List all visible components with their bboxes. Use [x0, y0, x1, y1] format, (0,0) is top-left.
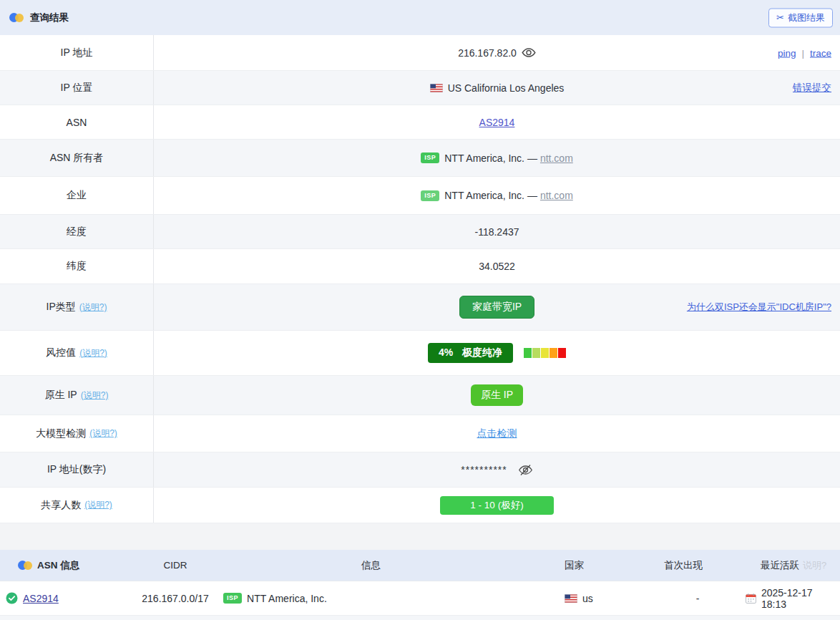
ip-type-hint-link[interactable]: (说明?): [79, 301, 107, 314]
row-ip-location: IP 位置 US California Los Angeles 错误提交: [0, 71, 840, 105]
site-logo-icon: [9, 13, 24, 23]
row-shared-users: 共享人数 (说明?) 1 - 10 (极好): [0, 488, 840, 523]
last-active-column-header: 最近活跃: [761, 559, 799, 572]
ip-location-value-wrap: US California Los Angeles: [154, 71, 840, 105]
error-submit-link[interactable]: 错误提交: [793, 82, 831, 95]
country-column-header: 国家: [565, 559, 584, 572]
shared-users-badge: 1 - 10 (极好): [440, 496, 553, 515]
asn-row-link[interactable]: AS2914: [23, 593, 59, 604]
isp-badge: ISP: [421, 190, 439, 201]
ip-location-value: US California Los Angeles: [448, 82, 565, 94]
ip-numeric-label: IP 地址(数字): [0, 452, 154, 487]
ip-numeric-masked-value: **********: [461, 464, 507, 475]
row-llm-detect: 大模型检测 (说明?) 点击检测: [0, 415, 840, 452]
ping-link[interactable]: ping: [778, 47, 796, 58]
screenshot-result-button[interactable]: ✂ 截图结果: [768, 8, 833, 27]
row-risk-score: 风控值 (说明?) 4% 极度纯净: [0, 331, 840, 376]
row-ip-numeric: IP 地址(数字) **********: [0, 452, 840, 488]
row-native-ip: 原生 IP (说明?) 原生 IP: [0, 376, 840, 415]
ip-address-label: IP 地址: [0, 35, 154, 70]
shared-users-hint-link[interactable]: (说明?): [84, 499, 112, 511]
ip-tools: ping | trace: [778, 47, 831, 58]
link-separator: |: [801, 47, 804, 58]
risk-grade: 极度纯净: [462, 347, 502, 359]
risk-percent: 4%: [439, 347, 453, 359]
company-label: 企业: [0, 177, 154, 214]
row-company: 企业 ISP NTT America, Inc. —ntt.com: [0, 177, 840, 215]
risk-scale-segment: [541, 348, 549, 358]
native-ip-label: 原生 IP (说明?): [0, 376, 154, 415]
row-longitude: 经度 -118.2437: [0, 215, 840, 249]
isp-badge: ISP: [223, 593, 242, 604]
asn-owner-label: ASN 所有者: [0, 140, 154, 176]
verified-check-icon: [6, 592, 18, 604]
asn-link[interactable]: AS2914: [479, 117, 515, 128]
calendar-icon: [746, 594, 756, 604]
screenshot-button-label: 截图结果: [788, 11, 825, 24]
cidr-value: 216.167.0.0/17: [142, 593, 208, 604]
risk-hint-link[interactable]: (说明?): [79, 347, 107, 359]
latitude-value: 34.0522: [479, 261, 515, 272]
scissors-icon: ✂: [776, 13, 784, 22]
risk-color-scale: [524, 348, 566, 358]
row-asn-owner: ASN 所有者 ISP NTT America, Inc. —ntt.com: [0, 140, 840, 177]
asn-info-value: NTT America, Inc.: [247, 593, 327, 604]
eye-off-icon[interactable]: [518, 464, 533, 476]
eye-icon[interactable]: [522, 47, 536, 58]
asn-table-title: ASN 信息: [37, 559, 79, 572]
first-seen-column-header: 首次出现: [664, 559, 703, 572]
risk-score-badge: 4% 极度纯净: [428, 343, 513, 363]
page-bottom-strip: [0, 616, 840, 620]
asn-table-row: AS2914 216.167.0.0/17 ISP NTT America, I…: [0, 581, 840, 616]
row-asn: ASN AS2914: [0, 105, 840, 140]
last-active-hint[interactable]: 说明?: [803, 559, 826, 572]
site-logo-icon: [18, 561, 32, 571]
asn-owner-site-link[interactable]: ntt.com: [540, 152, 573, 164]
click-detect-link[interactable]: 点击检测: [477, 427, 517, 440]
latitude-label: 纬度: [0, 249, 154, 284]
asn-owner-value: NTT America, Inc. —: [444, 152, 537, 164]
us-flag-icon: [430, 84, 443, 92]
dual-isp-question-link[interactable]: 为什么双ISP还会显示"IDC机房IP"?: [687, 301, 831, 314]
shared-users-label: 共享人数 (说明?): [0, 488, 154, 523]
results-header: 查询结果 ✂ 截图结果: [0, 0, 840, 35]
section-gap: [0, 523, 840, 550]
asn-table-header: ASN 信息 CIDR 信息 国家 首次出现 最近活跃 说明?: [0, 550, 840, 581]
risk-scale-segment: [532, 348, 540, 358]
country-value: us: [582, 593, 593, 604]
cidr-column-header: CIDR: [164, 560, 187, 571]
page-title: 查询结果: [30, 11, 69, 24]
company-site-link[interactable]: ntt.com: [540, 190, 573, 201]
us-flag-icon: [565, 594, 577, 603]
ip-address-value-wrap: 216.167.82.0: [154, 35, 840, 70]
asn-label: ASN: [0, 105, 154, 139]
info-column-header: 信息: [361, 559, 381, 572]
llm-hint-link[interactable]: (说明?): [89, 427, 117, 440]
longitude-label: 经度: [0, 215, 154, 248]
risk-scale-segment: [550, 348, 557, 358]
native-ip-badge: 原生 IP: [471, 384, 523, 406]
first-seen-value: -: [696, 593, 700, 604]
ip-location-label: IP 位置: [0, 71, 154, 105]
native-ip-hint-link[interactable]: (说明?): [81, 389, 109, 402]
ip-type-label: IP类型 (说明?): [0, 284, 154, 330]
trace-link[interactable]: trace: [810, 47, 831, 58]
ip-address-value: 216.167.82.0: [458, 47, 517, 59]
row-latitude: 纬度 34.0522: [0, 249, 840, 284]
risk-score-label: 风控值 (说明?): [0, 331, 154, 375]
home-broadband-badge: 家庭带宽IP: [459, 296, 534, 319]
isp-badge: ISP: [421, 152, 439, 163]
last-active-value: 2025-12-17 18:13: [761, 587, 840, 610]
row-ip-type: IP类型 (说明?) 家庭带宽IP 为什么双ISP还会显示"IDC机房IP"?: [0, 284, 840, 331]
company-value: NTT America, Inc. —: [444, 190, 537, 201]
llm-detect-label: 大模型检测 (说明?): [0, 415, 154, 452]
row-ip-address: IP 地址 216.167.82.0 ping | trace: [0, 35, 840, 71]
longitude-value: -118.2437: [474, 226, 519, 238]
risk-scale-segment: [524, 348, 532, 358]
risk-scale-segment: [558, 348, 566, 358]
